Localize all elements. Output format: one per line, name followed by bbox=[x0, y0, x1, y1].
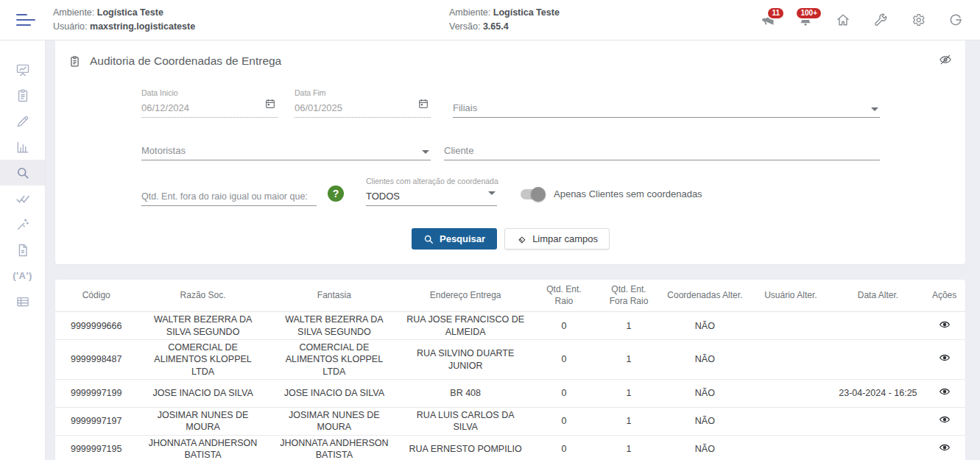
magic-wand-icon bbox=[15, 217, 30, 232]
clientes-alteracao-select[interactable]: Clientes com alteração de coordenada TOD… bbox=[366, 175, 497, 206]
cell-codigo: 9999997195 bbox=[55, 435, 137, 460]
filiais-select[interactable]: Filiais bbox=[453, 87, 880, 118]
question-mark-icon[interactable]: ? bbox=[328, 185, 344, 202]
data-fim-field[interactable]: Data Fim 06/01/2025 bbox=[295, 87, 431, 118]
cell-usuario bbox=[749, 407, 832, 435]
cell-acoes bbox=[923, 312, 965, 340]
chevron-down-icon bbox=[488, 191, 496, 195]
chevron-down-icon bbox=[871, 107, 878, 111]
cliente-field[interactable] bbox=[444, 130, 880, 160]
col-data-alter: Data Alter. bbox=[833, 280, 924, 312]
table-row: 9999997195 JHONNATA ANDHERSON BATISTA JH… bbox=[55, 435, 965, 460]
search-icon bbox=[423, 234, 434, 244]
col-acoes: Ações bbox=[923, 280, 965, 312]
hamburger-menu-icon[interactable] bbox=[16, 14, 37, 26]
data-fim-label: Data Fim bbox=[295, 88, 326, 97]
sidebar-item-translate[interactable]: ('A') bbox=[0, 263, 45, 289]
view-details-eye-icon[interactable] bbox=[939, 414, 951, 425]
home-icon[interactable] bbox=[835, 12, 851, 28]
pesquisar-button[interactable]: Pesquisar bbox=[412, 228, 497, 250]
cell-usuario bbox=[749, 312, 832, 340]
presentation-chart-icon bbox=[15, 63, 30, 77]
ambiente2-label: Ambiente: bbox=[449, 7, 490, 18]
cell-endereco: RUA SILVINO DUARTE JUNIOR bbox=[400, 340, 531, 380]
view-details-eye-icon[interactable] bbox=[939, 352, 951, 364]
sidebar-item-table[interactable] bbox=[0, 289, 45, 314]
data-inicio-field[interactable]: Data Inicio 06/12/2024 bbox=[141, 87, 278, 118]
sidebar-item-pencil[interactable] bbox=[0, 108, 45, 134]
sidebar-item-bar-chart[interactable] bbox=[0, 134, 45, 160]
environment-user-info: Ambiente: Logística Teste Usuário: maxst… bbox=[53, 6, 195, 35]
view-details-eye-icon[interactable] bbox=[939, 386, 951, 397]
cell-qtd-raio: 0 bbox=[531, 407, 596, 435]
cell-qtd-raio: 0 bbox=[531, 340, 596, 380]
double-check-icon bbox=[15, 191, 30, 206]
environment-version-info: Ambiente: Logística Teste Versão: 3.65.4 bbox=[449, 6, 560, 35]
cell-fantasia: JOSE INACIO DA SILVA bbox=[269, 379, 400, 407]
sidebar-item-document[interactable] bbox=[0, 237, 45, 263]
eye-slash-icon[interactable] bbox=[939, 53, 952, 69]
cell-coordenadas: NÃO bbox=[661, 340, 750, 380]
sidebar-item-presentation-chart[interactable] bbox=[0, 57, 45, 82]
search-icon bbox=[15, 166, 30, 180]
cell-usuario bbox=[749, 340, 832, 380]
usuario-value: maxstring.logisticateste bbox=[90, 21, 195, 32]
cliente-input[interactable] bbox=[444, 145, 880, 156]
cell-data-alter: 23-04-2024 - 16:25 bbox=[833, 379, 924, 407]
cell-fantasia: COMERCIAL DE ALIMENTOS KLOPPEL LTDA bbox=[269, 340, 400, 380]
view-details-eye-icon[interactable] bbox=[939, 442, 951, 453]
calendar-icon[interactable] bbox=[264, 98, 276, 113]
motoristas-select[interactable]: Motoristas bbox=[141, 130, 431, 160]
table-icon bbox=[15, 294, 30, 309]
ambiente2-value: Logística Teste bbox=[493, 7, 560, 18]
table-row: 9999997197 JOSIMAR NUNES DE MOURA JOSIMA… bbox=[55, 407, 965, 435]
cell-razao: JOSE INACIO DA SILVA bbox=[137, 379, 268, 407]
results-card: Código Razão Soc. Fantasia Endereço Entr… bbox=[55, 280, 965, 460]
megaphone-icon[interactable]: 11 bbox=[760, 12, 776, 28]
cell-razao: COMERCIAL DE ALIMENTOS KLOPPEL LTDA bbox=[137, 340, 268, 380]
sidebar-item-search[interactable] bbox=[0, 160, 45, 185]
cell-endereco: RUA JOSE FRANCISCO DE ALMEIDA bbox=[400, 312, 531, 340]
sem-coordenadas-toggle-label: Apenas Clientes sem coordenadas bbox=[554, 188, 702, 199]
results-table: Código Razão Soc. Fantasia Endereço Entr… bbox=[55, 280, 965, 460]
cell-fantasia: JOSIMAR NUNES DE MOURA bbox=[269, 407, 400, 435]
cell-razao: WALTER BEZERRA DA SILVA SEGUNDO bbox=[137, 312, 268, 340]
logout-icon[interactable] bbox=[948, 12, 964, 28]
clientes-alteracao-value: TODOS bbox=[366, 191, 400, 202]
bar-chart-icon bbox=[15, 140, 30, 155]
limpar-campos-button[interactable]: Limpar campos bbox=[504, 228, 610, 250]
cell-data-alter bbox=[833, 407, 924, 435]
cell-razao: JOSIMAR NUNES DE MOURA bbox=[137, 407, 268, 435]
table-row: 9999999666 WALTER BEZERRA DA SILVA SEGUN… bbox=[55, 312, 965, 340]
col-fantasia: Fantasia bbox=[269, 280, 400, 312]
cell-usuario bbox=[749, 379, 832, 407]
clipboard-title-icon bbox=[68, 55, 81, 68]
data-fim-value: 06/01/2025 bbox=[295, 102, 342, 113]
filiais-placeholder: Filiais bbox=[453, 102, 477, 113]
qtd-ent-field[interactable] bbox=[141, 175, 317, 206]
cell-qtd-fora: 1 bbox=[596, 379, 660, 407]
motoristas-placeholder: Motoristas bbox=[141, 145, 186, 156]
sidebar-item-double-check[interactable] bbox=[0, 185, 45, 211]
data-inicio-value: 06/12/2024 bbox=[141, 102, 189, 113]
gear-icon[interactable] bbox=[910, 12, 926, 28]
cell-endereco: BR 408 bbox=[400, 379, 531, 407]
cell-endereco: RUA LUIS CARLOS DA SILVA bbox=[400, 407, 531, 435]
sidebar-item-clipboard[interactable] bbox=[0, 82, 45, 108]
sem-coordenadas-toggle[interactable] bbox=[521, 189, 545, 199]
wrench-icon[interactable] bbox=[873, 12, 889, 28]
sidebar: ('A') bbox=[0, 40, 46, 460]
col-codigo: Código bbox=[55, 280, 137, 312]
filters-card: Auditoria de Coordenadas de Entrega Data… bbox=[55, 40, 965, 264]
qtd-ent-input[interactable] bbox=[141, 191, 317, 202]
col-coordenadas: Coordenadas Alter. bbox=[661, 280, 750, 312]
bell-icon[interactable]: 100+ bbox=[797, 12, 814, 28]
announcements-badge: 11 bbox=[766, 7, 785, 20]
view-details-eye-icon[interactable] bbox=[939, 319, 951, 330]
calendar-icon[interactable] bbox=[417, 98, 429, 113]
sidebar-item-magic-wand[interactable] bbox=[0, 211, 45, 237]
table-header-row: Código Razão Soc. Fantasia Endereço Entr… bbox=[55, 280, 965, 312]
cell-endereco: RUA ERNESTO POMPILIO bbox=[400, 435, 531, 460]
cell-qtd-fora: 1 bbox=[596, 435, 660, 460]
ambiente-value: Logística Teste bbox=[97, 7, 163, 18]
